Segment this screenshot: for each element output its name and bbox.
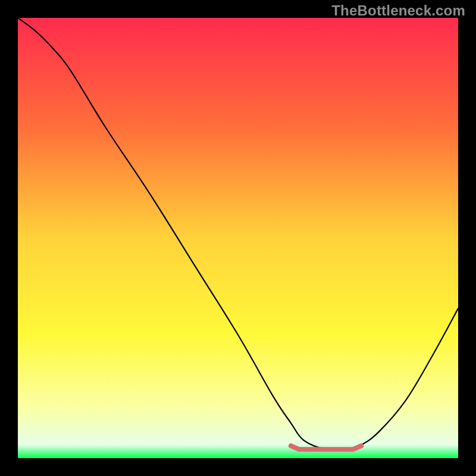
chart-frame: TheBottleneck.com	[0, 0, 476, 476]
chart-background-gradient	[18, 18, 458, 458]
watermark-text: TheBottleneck.com	[331, 2, 465, 19]
bottleneck-chart	[18, 18, 458, 458]
